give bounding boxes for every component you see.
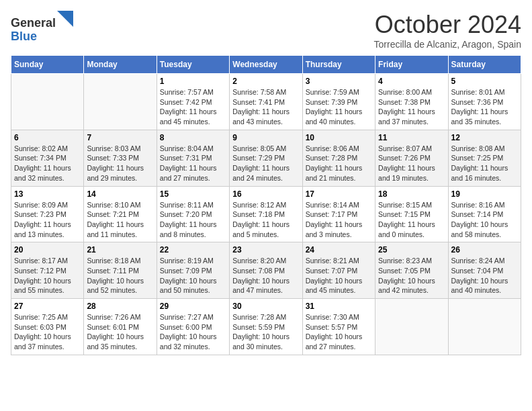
day-number: 17 (306, 189, 372, 199)
logo-triangle-icon (57, 11, 73, 27)
calendar-cell: 22Sunrise: 8:19 AM Sunset: 7:09 PM Dayli… (157, 242, 229, 299)
title-section: October 2024 Torrecilla de Alcaniz, Arag… (374, 11, 521, 50)
day-number: 9 (232, 133, 299, 142)
calendar-cell: 4Sunrise: 8:00 AM Sunset: 7:38 PM Daylig… (375, 74, 448, 130)
day-info: Sunrise: 8:16 AM Sunset: 7:14 PM Dayligh… (451, 200, 518, 240)
calendar-cell: 18Sunrise: 8:15 AM Sunset: 7:15 PM Dayli… (375, 186, 448, 242)
day-number: 31 (306, 302, 372, 311)
day-info: Sunrise: 8:08 AM Sunset: 7:25 PM Dayligh… (451, 144, 518, 183)
day-number: 15 (160, 189, 226, 199)
day-info: Sunrise: 8:24 AM Sunset: 7:04 PM Dayligh… (451, 256, 518, 295)
logo-blue-text: Blue (11, 30, 37, 43)
calendar-cell: 30Sunrise: 7:28 AM Sunset: 5:59 PM Dayli… (230, 299, 302, 355)
day-of-week-header: Saturday (448, 56, 521, 74)
day-number: 8 (160, 133, 226, 142)
calendar-cell: 21Sunrise: 8:18 AM Sunset: 7:11 PM Dayli… (84, 242, 157, 299)
calendar-cell: 5Sunrise: 8:01 AM Sunset: 7:36 PM Daylig… (448, 74, 521, 130)
day-number: 21 (87, 245, 153, 255)
day-number: 23 (232, 245, 299, 255)
calendar-cell: 2Sunrise: 7:58 AM Sunset: 7:41 PM Daylig… (230, 74, 302, 130)
calendar-cell: 20Sunrise: 8:17 AM Sunset: 7:12 PM Dayli… (11, 242, 84, 299)
day-number: 27 (14, 302, 81, 311)
day-info: Sunrise: 8:18 AM Sunset: 7:11 PM Dayligh… (87, 256, 153, 295)
day-info: Sunrise: 7:57 AM Sunset: 7:42 PM Dayligh… (160, 87, 226, 127)
day-number: 29 (160, 302, 226, 311)
day-number: 22 (160, 245, 226, 255)
day-info: Sunrise: 8:05 AM Sunset: 7:29 PM Dayligh… (232, 144, 299, 183)
day-info: Sunrise: 8:12 AM Sunset: 7:18 PM Dayligh… (232, 200, 299, 240)
calendar-cell: 26Sunrise: 8:24 AM Sunset: 7:04 PM Dayli… (448, 242, 521, 299)
calendar-week-row: 6Sunrise: 8:02 AM Sunset: 7:34 PM Daylig… (11, 130, 521, 186)
day-number: 5 (451, 77, 518, 86)
day-of-week-header: Tuesday (157, 56, 229, 74)
day-info: Sunrise: 8:15 AM Sunset: 7:15 PM Dayligh… (378, 200, 445, 240)
calendar-cell (448, 299, 521, 355)
calendar-cell (11, 74, 84, 130)
day-number: 20 (14, 245, 81, 255)
day-info: Sunrise: 8:00 AM Sunset: 7:38 PM Dayligh… (378, 87, 445, 127)
calendar-cell (375, 299, 448, 355)
day-number: 18 (378, 189, 445, 199)
day-number: 26 (451, 245, 518, 255)
day-info: Sunrise: 8:09 AM Sunset: 7:23 PM Dayligh… (14, 200, 81, 240)
day-number: 3 (306, 77, 372, 86)
day-info: Sunrise: 8:19 AM Sunset: 7:09 PM Dayligh… (160, 256, 226, 295)
calendar-cell: 16Sunrise: 8:12 AM Sunset: 7:18 PM Dayli… (230, 186, 302, 242)
calendar-cell: 14Sunrise: 8:10 AM Sunset: 7:21 PM Dayli… (84, 186, 157, 242)
day-of-week-header: Sunday (11, 56, 84, 74)
calendar-cell: 29Sunrise: 7:27 AM Sunset: 6:00 PM Dayli… (157, 299, 229, 355)
calendar-cell: 1Sunrise: 7:57 AM Sunset: 7:42 PM Daylig… (157, 74, 229, 130)
calendar-cell: 6Sunrise: 8:02 AM Sunset: 7:34 PM Daylig… (11, 130, 84, 186)
calendar-cell: 25Sunrise: 8:23 AM Sunset: 7:05 PM Dayli… (375, 242, 448, 299)
calendar-cell: 3Sunrise: 7:59 AM Sunset: 7:39 PM Daylig… (302, 74, 375, 130)
calendar-cell: 31Sunrise: 7:30 AM Sunset: 5:57 PM Dayli… (302, 299, 375, 355)
day-number: 10 (306, 133, 372, 142)
day-number: 16 (232, 189, 299, 199)
day-number: 14 (87, 189, 153, 199)
svg-marker-0 (57, 11, 73, 27)
calendar-cell: 12Sunrise: 8:08 AM Sunset: 7:25 PM Dayli… (448, 130, 521, 186)
day-info: Sunrise: 8:10 AM Sunset: 7:21 PM Dayligh… (87, 200, 153, 240)
day-number: 6 (14, 133, 81, 142)
day-info: Sunrise: 7:58 AM Sunset: 7:41 PM Dayligh… (232, 87, 299, 127)
day-info: Sunrise: 8:06 AM Sunset: 7:28 PM Dayligh… (306, 144, 372, 183)
calendar-cell: 11Sunrise: 8:07 AM Sunset: 7:26 PM Dayli… (375, 130, 448, 186)
day-info: Sunrise: 8:17 AM Sunset: 7:12 PM Dayligh… (14, 256, 81, 295)
day-number: 2 (232, 77, 299, 86)
logo: General Blue (11, 11, 73, 44)
day-of-week-header: Thursday (302, 56, 375, 74)
day-of-week-header: Wednesday (230, 56, 302, 74)
calendar-cell: 15Sunrise: 8:11 AM Sunset: 7:20 PM Dayli… (157, 186, 229, 242)
day-info: Sunrise: 7:26 AM Sunset: 6:01 PM Dayligh… (87, 312, 153, 352)
day-number: 30 (232, 302, 299, 311)
calendar-week-row: 13Sunrise: 8:09 AM Sunset: 7:23 PM Dayli… (11, 186, 521, 242)
day-info: Sunrise: 7:28 AM Sunset: 5:59 PM Dayligh… (232, 312, 299, 352)
day-number: 19 (451, 189, 518, 199)
day-number: 11 (378, 133, 445, 142)
day-info: Sunrise: 8:14 AM Sunset: 7:17 PM Dayligh… (306, 200, 372, 240)
location-subtitle: Torrecilla de Alcaniz, Aragon, Spain (374, 39, 521, 50)
calendar-cell: 8Sunrise: 8:04 AM Sunset: 7:31 PM Daylig… (157, 130, 229, 186)
day-info: Sunrise: 7:59 AM Sunset: 7:39 PM Dayligh… (306, 87, 372, 127)
day-info: Sunrise: 8:04 AM Sunset: 7:31 PM Dayligh… (160, 144, 226, 183)
calendar-cell: 9Sunrise: 8:05 AM Sunset: 7:29 PM Daylig… (230, 130, 302, 186)
calendar-week-row: 20Sunrise: 8:17 AM Sunset: 7:12 PM Dayli… (11, 242, 521, 299)
month-title: October 2024 (374, 11, 521, 39)
calendar-table: SundayMondayTuesdayWednesdayThursdayFrid… (11, 55, 521, 355)
day-number: 1 (160, 77, 226, 86)
calendar-week-row: 27Sunrise: 7:25 AM Sunset: 6:03 PM Dayli… (11, 299, 521, 355)
day-number: 12 (451, 133, 518, 142)
day-number: 24 (306, 245, 372, 255)
calendar-cell: 13Sunrise: 8:09 AM Sunset: 7:23 PM Dayli… (11, 186, 84, 242)
calendar-cell: 27Sunrise: 7:25 AM Sunset: 6:03 PM Dayli… (11, 299, 84, 355)
day-info: Sunrise: 7:25 AM Sunset: 6:03 PM Dayligh… (14, 312, 81, 352)
calendar-cell: 10Sunrise: 8:06 AM Sunset: 7:28 PM Dayli… (302, 130, 375, 186)
day-of-week-header: Monday (84, 56, 157, 74)
calendar-header-row: SundayMondayTuesdayWednesdayThursdayFrid… (11, 56, 521, 74)
day-info: Sunrise: 8:02 AM Sunset: 7:34 PM Dayligh… (14, 144, 81, 183)
page-header: General Blue October 2024 Torrecilla de … (11, 11, 521, 50)
day-info: Sunrise: 7:30 AM Sunset: 5:57 PM Dayligh… (306, 312, 372, 352)
calendar-week-row: 1Sunrise: 7:57 AM Sunset: 7:42 PM Daylig… (11, 74, 521, 130)
day-info: Sunrise: 8:07 AM Sunset: 7:26 PM Dayligh… (378, 144, 445, 183)
day-info: Sunrise: 7:27 AM Sunset: 6:00 PM Dayligh… (160, 312, 226, 352)
